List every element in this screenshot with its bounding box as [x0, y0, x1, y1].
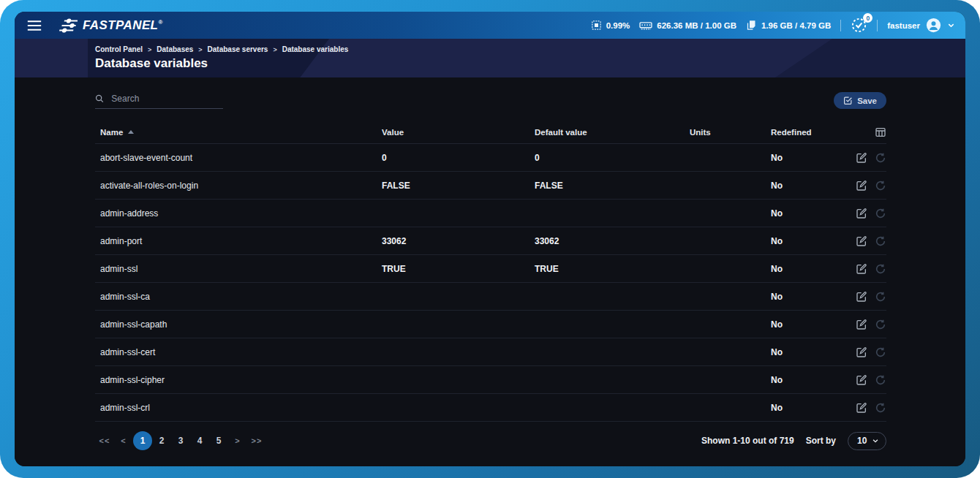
default-value-cell: 33062: [535, 236, 690, 246]
table-row: admin-ssl-cipher No: [95, 366, 886, 394]
variable-name-cell: admin-port: [95, 236, 382, 246]
value-cell: FALSE: [382, 181, 535, 191]
value-cell: 33062: [382, 236, 535, 246]
reset-icon: [875, 402, 886, 414]
table-row: activate-all-roles-on-login FALSE FALSE …: [95, 172, 886, 200]
redefined-cell: No: [771, 153, 854, 163]
redefined-cell: No: [771, 403, 854, 413]
chevron-down-icon: [872, 437, 879, 444]
edit-variable-button[interactable]: [856, 180, 867, 191]
column-settings-button[interactable]: [875, 126, 886, 138]
variables-table: Name Value Default value Units Redefined: [95, 121, 886, 422]
reset-icon: [875, 152, 886, 164]
variable-name-cell: admin-ssl-cipher: [95, 375, 382, 385]
edit-variable-button[interactable]: [856, 291, 867, 303]
edit-variable-button[interactable]: [856, 263, 867, 275]
memory-icon: [639, 20, 652, 31]
page-button[interactable]: 3: [171, 431, 190, 450]
chevron-down-icon: [947, 21, 955, 29]
reset-variable-button[interactable]: [875, 346, 886, 358]
table-row: admin-ssl-capath No: [95, 311, 886, 338]
reset-variable-button[interactable]: [875, 235, 886, 247]
per-page-value: 10: [857, 436, 867, 446]
page-button[interactable]: 5: [209, 431, 228, 450]
page-button[interactable]: 4: [190, 431, 209, 450]
logo-text: FASTPANEL®: [83, 18, 163, 33]
edit-icon: [856, 152, 867, 164]
reset-icon: [875, 319, 886, 330]
reset-icon: [875, 180, 886, 191]
breadcrumb-databases[interactable]: Databases: [157, 45, 193, 53]
save-check-icon: [843, 96, 853, 105]
page-button[interactable]: 1: [133, 431, 152, 450]
edit-icon: [856, 291, 867, 303]
table-row: abort-slave-event-count 0 0 No: [95, 144, 886, 172]
save-button[interactable]: Save: [834, 92, 886, 109]
memory-value: 626.36 MB / 1.00 GB: [657, 21, 736, 30]
reset-variable-button[interactable]: [875, 402, 886, 414]
variable-name-cell: admin-ssl-ca: [95, 292, 382, 302]
reset-variable-button[interactable]: [875, 263, 886, 275]
breadcrumb-separator: >: [273, 46, 276, 53]
menu-icon[interactable]: [22, 15, 47, 36]
redefined-cell: No: [771, 236, 854, 246]
edit-variable-button[interactable]: [856, 374, 867, 386]
edit-variable-button[interactable]: [856, 402, 867, 414]
divider: [877, 20, 878, 31]
pagination-bar: << < 12345 > >> Shown 1-10 out of 719 So…: [95, 431, 886, 460]
save-label: Save: [857, 96, 877, 105]
column-header-value[interactable]: Value: [382, 128, 535, 137]
edit-variable-button[interactable]: [856, 319, 867, 330]
previous-page-button[interactable]: <: [114, 431, 133, 450]
column-header-units[interactable]: Units: [690, 128, 771, 137]
page-button[interactable]: 2: [152, 431, 171, 450]
table-row: admin-ssl TRUE TRUE No: [95, 255, 886, 283]
column-header-name[interactable]: Name: [95, 128, 382, 137]
breadcrumb: Control Panel > Databases > Database ser…: [95, 45, 965, 53]
variable-name-cell: admin-address: [95, 208, 382, 219]
reset-variable-button[interactable]: [875, 374, 886, 386]
reset-variable-button[interactable]: [875, 152, 886, 164]
breadcrumb-control-panel[interactable]: Control Panel: [95, 45, 143, 53]
edit-variable-button[interactable]: [856, 152, 867, 164]
reset-variable-button[interactable]: [875, 208, 886, 219]
search-input[interactable]: [110, 93, 223, 105]
next-page-button[interactable]: >: [228, 431, 247, 450]
search-box: [95, 93, 223, 109]
avatar: [926, 18, 941, 33]
pager-summary: Shown 1-10 out of 719 Sort by 10: [701, 432, 886, 450]
last-page-button[interactable]: >>: [247, 431, 266, 450]
fastpanel-logo[interactable]: FASTPANEL®: [59, 18, 163, 33]
reset-variable-button[interactable]: [875, 291, 886, 303]
breadcrumb-database-variables[interactable]: Database variables: [282, 45, 349, 53]
app-window: FASTPANEL® 0.99%: [15, 12, 965, 466]
column-header-redefined[interactable]: Redefined: [771, 128, 854, 137]
table-row: admin-ssl-crl No: [95, 394, 886, 422]
scheduled-tasks-button[interactable]: 0: [851, 17, 867, 34]
reset-icon: [875, 374, 886, 386]
redefined-cell: No: [771, 208, 854, 219]
first-page-button[interactable]: <<: [95, 431, 114, 450]
variable-name-cell: activate-all-roles-on-login: [95, 181, 382, 191]
value-cell: 0: [382, 153, 535, 163]
reset-variable-button[interactable]: [875, 180, 886, 191]
edit-variable-button[interactable]: [856, 235, 867, 247]
edit-variable-button[interactable]: [856, 346, 867, 358]
notifications-badge: 0: [863, 13, 872, 23]
column-header-default-value[interactable]: Default value: [535, 128, 690, 137]
default-value-cell: 0: [535, 153, 690, 163]
user-menu[interactable]: fastuser: [887, 18, 955, 33]
breadcrumb-database-servers[interactable]: Database servers: [208, 45, 268, 53]
edit-variable-button[interactable]: [856, 208, 867, 219]
variable-name-cell: admin-ssl: [95, 264, 382, 274]
disk-icon: [746, 20, 757, 31]
redefined-cell: No: [771, 347, 854, 357]
reset-icon: [875, 291, 886, 303]
edit-icon: [856, 208, 867, 219]
reset-variable-button[interactable]: [875, 319, 886, 330]
per-page-select[interactable]: 10: [848, 432, 886, 450]
breadcrumb-separator: >: [198, 46, 202, 53]
hamburger-icon: [27, 20, 42, 31]
pager: << < 12345 > >>: [95, 431, 266, 450]
redefined-cell: No: [771, 181, 854, 191]
